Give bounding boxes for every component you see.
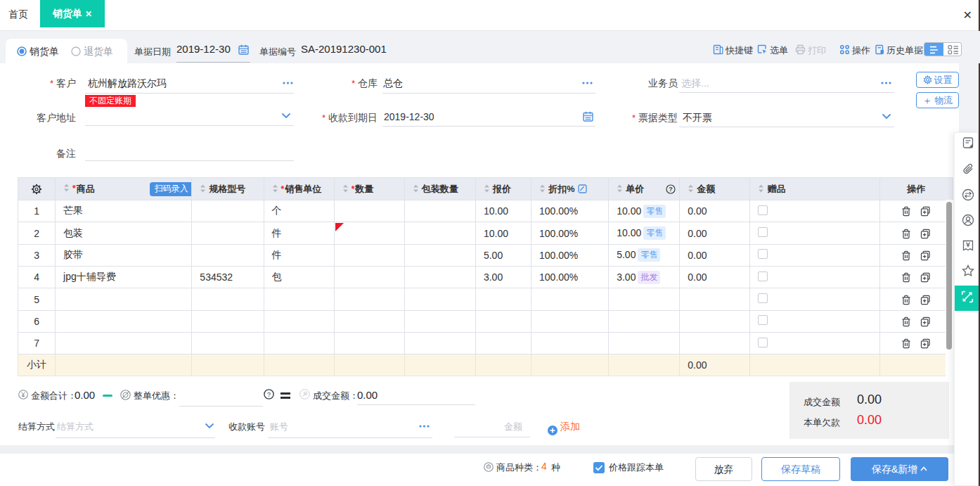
- svg-text:?: ?: [669, 186, 673, 193]
- svg-text:?: ?: [267, 390, 271, 398]
